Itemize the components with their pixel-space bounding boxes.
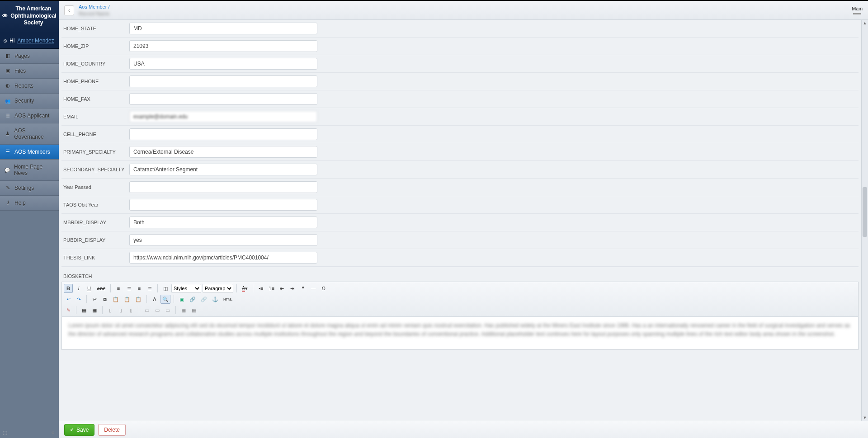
editor-toolbar: B I U ᴀʙᴄ ≡ ≣ ≡ ≣ ◫ [62,282,858,317]
main: ‹ Aos Member / Record Name Main HOME_STA… [59,1,868,438]
editor-image-button[interactable]: ▣ [177,295,186,304]
back-button[interactable]: ‹ [64,5,74,15]
editor-ol-button[interactable]: 1≡ [267,284,276,293]
editor-align-right-button[interactable]: ≡ [135,284,144,293]
field-label-secondary_specialty: SECONDARY_SPECIALTY [61,167,129,172]
field-row-cell-phone: CELL_PHONE [61,126,859,143]
sidebar-item-home-page-news[interactable]: Home Page News [0,160,59,181]
chevron-left-icon: ‹ [68,7,70,14]
scrollbar-thumb[interactable] [863,187,867,237]
editor-bold-button[interactable]: B [64,284,73,293]
header-tab-main[interactable]: Main [852,6,863,14]
field-input-home_zip[interactable] [129,40,317,52]
editor-strike-button[interactable]: ᴀʙᴄ [95,284,107,293]
editor-redo-button[interactable]: ↷ [74,295,83,304]
save-button[interactable]: ✔ Save [64,424,94,436]
editor-tbl-3-button[interactable]: ▯ [106,306,115,315]
editor-outdent-button[interactable]: ⇤ [278,284,287,293]
header-tab-main-label: Main [852,6,863,11]
sidebar-item-aos-governance[interactable]: AOS Governance [0,123,59,145]
editor-align-left-button[interactable]: ≡ [114,284,123,293]
editor-hr-button[interactable]: — [309,284,318,293]
page-footer: ✔ Save Delete [59,421,868,438]
scroll-down-icon[interactable]: ▼ [862,415,868,420]
sidebar-item-settings[interactable]: Settings [0,181,59,196]
editor-cut-button[interactable]: ✂ [90,295,99,304]
editor-paste-button[interactable]: 📋 [111,295,121,304]
sidebar-item-pages[interactable]: Pages [0,49,59,64]
breadcrumb-parent[interactable]: Aos Member [79,4,107,9]
vertical-scrollbar[interactable]: ▲ ▼ [861,20,868,421]
page-header: ‹ Aos Member / Record Name Main [59,1,868,20]
editor-remove-format-button[interactable]: ◫ [161,284,170,293]
editor-special-char-button[interactable]: Ω [319,284,328,293]
sidebar-item-security[interactable]: Security [0,94,59,108]
field-input-primary_specialty[interactable] [129,146,317,158]
field-input-cell_phone[interactable] [129,128,317,140]
field-row-home-state: HOME_STATE [61,20,859,38]
editor-tbl-4-button[interactable]: ▯ [116,306,125,315]
sidebar-item-aos-members[interactable]: AOS Members [0,145,59,160]
editor-copy-button[interactable]: ⧉ [100,295,109,304]
field-input-taos_obit_year[interactable] [129,199,317,211]
editor-tbl-6-button[interactable]: ▭ [142,306,151,315]
field-input-pubdir_display[interactable] [129,234,317,246]
editor-body[interactable]: Lorem ipsum dolor sit amet consectetur a… [62,317,858,349]
field-label-thesis_link: THESIS_LINK [61,255,129,260]
field-input-home_phone[interactable] [129,75,317,87]
editor-unlink-button[interactable]: 🔗 [199,295,209,304]
editor-find-button[interactable]: 🔍 [160,295,170,304]
field-input-home_country[interactable] [129,58,317,70]
editor-ul-button[interactable]: •≡ [256,284,265,293]
editor-italic-button[interactable]: I [74,284,83,293]
editor-text-color-button[interactable]: A▾ [240,284,250,293]
sidebar-item-label: AOS Applicant [14,113,49,119]
editor-blockquote-button[interactable]: ❝ [298,284,307,293]
field-label-home_fax: HOME_FAX [61,96,129,102]
members-icon [5,149,11,155]
delete-button[interactable]: Delete [98,424,126,436]
field-input-home_state[interactable] [129,23,317,34]
editor-tbl-1-button[interactable]: ▦ [80,306,89,315]
field-input-secondary_specialty[interactable] [129,164,317,175]
editor-align-justify-button[interactable]: ≣ [145,284,154,293]
field-input-mbrdir_display[interactable] [129,217,317,228]
field-input-email[interactable] [129,111,317,122]
sidebar-collapse-button[interactable]: « [52,430,58,436]
sidebar-item-files[interactable]: Files [0,64,59,79]
editor-tbl-2-button[interactable]: ▦ [90,306,99,315]
editor-underline-button[interactable]: U [85,284,94,293]
user-greeting: ⎋ Hi Amber Mendez [0,33,59,49]
field-row-email: EMAIL [61,108,859,126]
logout-icon[interactable]: ⎋ [4,38,7,44]
editor-select-all-button[interactable]: A [150,295,159,304]
editor-paste-text-button[interactable]: 📋 [122,295,132,304]
editor-tbl-9-button[interactable]: ▦ [179,306,188,315]
sidebar-item-aos-applicant[interactable]: AOS Applicant [0,108,59,123]
field-input-home_fax[interactable] [129,93,317,105]
sidebar-item-label: Home Page News [14,164,54,176]
editor-indent-button[interactable]: ⇥ [288,284,297,293]
editor-tbl-5-button[interactable]: ▯ [127,306,136,315]
editor-tbl-7-button[interactable]: ▭ [153,306,162,315]
form-scroll[interactable]: HOME_STATEHOME_ZIPHOME_COUNTRYHOME_PHONE… [59,20,861,421]
editor-link-button[interactable]: 🔗 [188,295,198,304]
field-input-year_passed[interactable] [129,181,317,193]
editor-paste-word-button[interactable]: 📋 [133,295,143,304]
field-row-mbrdir-display: MBRDIR_DISPLAY [61,214,859,231]
current-user-link[interactable]: Amber Mendez [17,38,54,44]
editor-undo-button[interactable]: ↶ [64,295,73,304]
sidebar-item-help[interactable]: Help [0,196,59,211]
editor-tbl-10-button[interactable]: ▦ [189,306,198,315]
editor-anchor-button[interactable]: ⚓ [210,295,220,304]
editor-source-button[interactable]: HTML [222,295,234,304]
field-input-thesis_link[interactable] [129,252,317,264]
sidebar-item-reports[interactable]: Reports [0,79,59,94]
editor-paragraph-select[interactable]: Paragraph [203,284,233,293]
scroll-up-icon[interactable]: ▲ [862,21,868,25]
editor-styles-select[interactable]: Styles [171,284,201,293]
field-row-pubdir-display: PUBDIR_DISPLAY [61,231,859,249]
editor-align-center-button[interactable]: ≣ [124,284,133,293]
editor-edit-button[interactable]: ✎ [64,306,73,315]
editor-tbl-8-button[interactable]: ▭ [163,306,172,315]
